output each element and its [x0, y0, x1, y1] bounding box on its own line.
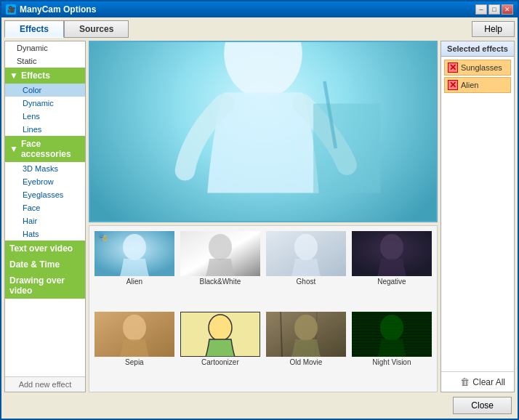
effect-thumb-alien: 🎭 — [94, 231, 174, 276]
svg-point-12 — [380, 234, 403, 260]
sidebar-group-face-label: Face accessories — [21, 139, 81, 159]
selected-effect-alien-label: Alien — [461, 81, 478, 89]
effect-label-bw: Black&White — [200, 278, 241, 286]
svg-point-17 — [209, 315, 232, 341]
effect-item-negative[interactable]: Negative — [350, 229, 434, 308]
effect-thumb-oldmovie — [266, 312, 346, 357]
effect-label-sepia: Sepia — [125, 358, 144, 366]
sidebar-subitem-face[interactable]: Face — [5, 201, 85, 214]
tab-sources[interactable]: Sources — [64, 20, 129, 38]
sidebar-subitem-hair[interactable]: Hair — [5, 214, 85, 227]
sidebar-group-effects[interactable]: ▼ Effects — [5, 68, 85, 84]
selected-effect-alien[interactable]: ✕ Alien — [444, 77, 511, 93]
add-new-effect-button[interactable]: Add new effect — [5, 376, 85, 392]
svg-rect-2 — [313, 104, 380, 193]
sidebar-subitem-eyebrow[interactable]: Eyebrow — [5, 175, 85, 188]
close-window-button[interactable]: ✕ — [502, 4, 513, 15]
tab-effects[interactable]: Effects — [4, 20, 64, 38]
sidebar: Dynamic Static ▼ Effects Color Dynamic L… — [4, 41, 86, 392]
effects-grid: 🎭 Alien — [89, 225, 438, 392]
effect-item-nightvision[interactable]: Night Vision — [350, 310, 434, 389]
sidebar-subitem-dynamic[interactable]: Dynamic — [5, 97, 85, 110]
clear-all-button[interactable]: 🗑 Clear All — [457, 375, 508, 389]
svg-point-21 — [294, 315, 318, 341]
title-bar-buttons: – □ ✕ — [475, 4, 513, 15]
center-area: ⬜ ⊞ ⏸ — [89, 41, 438, 392]
collapse-icon-effects: ▼ — [9, 70, 18, 81]
sidebar-scroll-wrapper: Dynamic Static ▼ Effects Color Dynamic L… — [5, 41, 85, 376]
effect-label-ghost: Ghost — [297, 278, 316, 286]
sidebar-date-time-label: Date & Time — [9, 259, 60, 270]
maximize-button[interactable]: □ — [488, 4, 500, 15]
effect-item-bw[interactable]: Black&White — [178, 229, 262, 308]
minimize-button[interactable]: – — [475, 4, 487, 15]
effect-label-cartoonizer: Cartoonizer — [201, 358, 239, 366]
tab-bar: Effects Sources — [4, 20, 129, 38]
effect-item-sepia[interactable]: Sepia — [92, 310, 177, 389]
content-area: Effects Sources Help Dynamic Static ▼ Ef… — [1, 17, 518, 419]
svg-point-10 — [294, 234, 318, 260]
effect-thumb-cartoonizer — [180, 312, 260, 357]
effect-item-cartoonizer[interactable]: Cartoonizer — [178, 310, 262, 389]
app-icon: 🎥 — [6, 4, 16, 15]
effect-thumb-ghost — [266, 231, 346, 276]
svg-point-14 — [123, 315, 146, 341]
sidebar-subitem-eyeglasses[interactable]: Eyeglasses — [5, 188, 85, 201]
effect-item-ghost[interactable]: Ghost — [264, 229, 348, 308]
sidebar-inner: Dynamic Static ▼ Effects Color Dynamic L… — [5, 41, 85, 376]
sidebar-subitem-lens[interactable]: Lens — [5, 110, 85, 123]
sidebar-text-video-label: Text over video — [9, 243, 73, 254]
effect-thumb-sepia — [94, 312, 174, 357]
sidebar-group-effects-label: Effects — [21, 70, 50, 81]
sidebar-item-static-top[interactable]: Static — [5, 54, 85, 68]
remove-sunglasses-button[interactable]: ✕ — [448, 62, 458, 73]
right-panel: Selected effects ✕ Sunglasses ✕ Alien — [440, 41, 515, 392]
selected-effects-panel: Selected effects ✕ Sunglasses ✕ Alien — [440, 41, 515, 392]
window-title: ManyCam Options — [20, 4, 96, 15]
svg-point-5 — [123, 234, 146, 260]
clear-all-label: Clear All — [472, 377, 505, 387]
title-bar: 🎥 ManyCam Options – □ ✕ — [1, 1, 518, 17]
title-bar-left: 🎥 ManyCam Options — [6, 4, 96, 15]
sidebar-subitem-hats[interactable]: Hats — [5, 227, 85, 241]
svg-point-8 — [209, 234, 232, 260]
sidebar-item-drawing-over-video[interactable]: Drawing over video — [5, 272, 85, 299]
sidebar-item-text-over-video[interactable]: Text over video — [5, 241, 85, 257]
bottom-bar: Close — [4, 395, 515, 416]
sidebar-item-dynamic-top[interactable]: Dynamic — [5, 41, 85, 54]
sidebar-item-date-time[interactable]: Date & Time — [5, 257, 85, 272]
clear-all-area: 🗑 Clear All — [441, 371, 514, 392]
remove-alien-button[interactable]: ✕ — [448, 80, 458, 90]
collapse-icon-face: ▼ — [9, 144, 18, 154]
effect-label-alien: Alien — [126, 278, 142, 286]
preview-area: ⬜ ⊞ ⏸ — [89, 41, 438, 222]
selected-effect-sunglasses[interactable]: ✕ Sunglasses — [444, 60, 511, 76]
sidebar-subitem-lines[interactable]: Lines — [5, 123, 85, 136]
effect-label-negative: Negative — [377, 278, 406, 286]
top-bar: Effects Sources Help — [4, 20, 515, 38]
effect-thumb-negative — [352, 231, 432, 276]
close-dialog-button[interactable]: Close — [453, 397, 512, 414]
svg-text:🎭: 🎭 — [97, 231, 108, 242]
sidebar-subitem-3dmasks[interactable]: 3D Masks — [5, 162, 85, 175]
selected-effects-title: Selected effects — [441, 41, 514, 57]
sidebar-drawing-label: Drawing over video — [9, 275, 81, 296]
preview-image — [90, 42, 436, 221]
sidebar-group-face[interactable]: ▼ Face accessories — [5, 136, 85, 162]
effect-thumb-bw — [180, 231, 260, 276]
sidebar-subitem-color[interactable]: Color — [5, 84, 85, 97]
trash-icon: 🗑 — [460, 376, 470, 387]
help-button[interactable]: Help — [472, 21, 515, 37]
effect-item-alien[interactable]: 🎭 Alien — [92, 229, 177, 308]
selected-effect-sunglasses-label: Sunglasses — [461, 63, 502, 72]
main-window: 🎥 ManyCam Options – □ ✕ Effects Sources … — [0, 0, 519, 420]
effect-label-nightvision: Night Vision — [372, 358, 411, 366]
preview-controls: ⬜ ⊞ ⏸ — [90, 221, 436, 222]
main-area: Dynamic Static ▼ Effects Color Dynamic L… — [4, 41, 515, 392]
selected-effects-list: ✕ Sunglasses ✕ Alien — [441, 57, 514, 371]
effect-item-oldmovie[interactable]: Old Movie — [264, 310, 348, 389]
effect-label-oldmovie: Old Movie — [289, 358, 322, 366]
effect-thumb-nightvision — [352, 312, 432, 357]
